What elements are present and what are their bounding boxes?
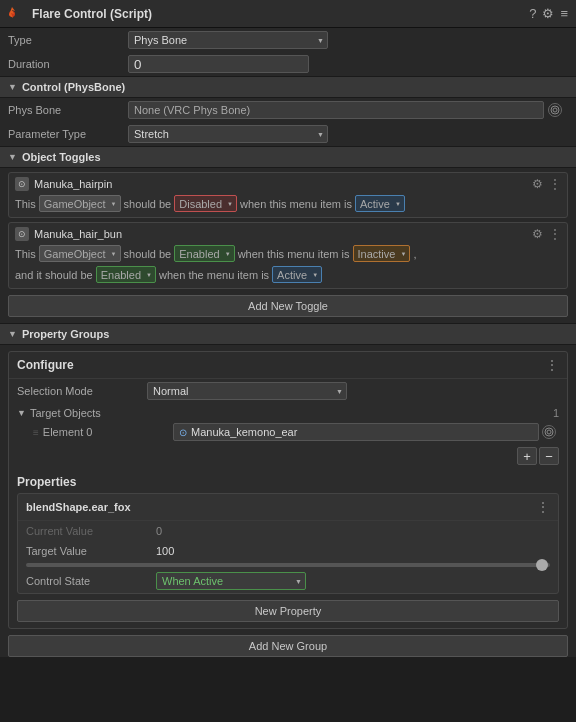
selection-mode-row: Selection Mode Normal <box>9 379 567 403</box>
parameter-type-dropdown-wrapper[interactable]: Stretch <box>128 125 328 143</box>
property-groups-label: Property Groups <box>22 328 109 340</box>
control-state-row: Control State When Active <box>18 569 558 593</box>
svg-point-3 <box>553 108 557 112</box>
toggle-2-should-be: should be <box>124 248 172 260</box>
toggle-1-actions: ⚙ ⋮ <box>532 177 561 191</box>
header-title: Flare Control (Script) <box>32 7 529 21</box>
inspector-body: Type Phys Bone Duration ▼ Control (PhysB… <box>0 28 576 657</box>
selection-mode-value: Normal <box>147 382 559 400</box>
current-value-label: Current Value <box>26 525 156 537</box>
triangle-icon: ▼ <box>8 82 17 92</box>
phys-bone-field[interactable]: None (VRC Phys Bone) <box>128 101 544 119</box>
toggle-2-header: ⊙ Manuka_hair_bun ⚙ ⋮ <box>15 227 561 241</box>
object-icon: ⊙ <box>179 427 187 438</box>
inspector-header: Flare Control (Script) ? ⚙ ≡ <box>0 0 576 28</box>
new-property-button[interactable]: New Property <box>17 600 559 622</box>
element-0-target-btn[interactable] <box>542 425 556 439</box>
type-value-wrapper: Phys Bone <box>128 31 568 49</box>
selection-mode-dropdown[interactable]: Normal <box>147 382 347 400</box>
slider-row <box>18 561 558 569</box>
control-state-dropdown[interactable]: When Active <box>156 572 306 590</box>
configure-header: Configure ⋮ <box>9 352 567 379</box>
control-section-label: Control (PhysBone) <box>22 81 125 93</box>
toggle-2-row-2: and it should be Enabled when the menu i… <box>15 265 561 284</box>
toggle-2-enabled-dropdown[interactable]: Enabled <box>174 245 234 262</box>
duration-row: Duration <box>0 52 576 76</box>
toggle-2-active-dropdown[interactable]: Active <box>272 266 322 283</box>
property-groups-header[interactable]: ▼ Property Groups <box>0 323 576 345</box>
toggle-1-settings-icon[interactable]: ⚙ <box>532 177 543 191</box>
object-toggles-header[interactable]: ▼ Object Toggles <box>0 146 576 168</box>
blend-shape-header: blendShape.ear_fox ⋮ <box>18 494 558 521</box>
help-button[interactable]: ? <box>529 6 536 21</box>
toggle-1-disabled-dropdown[interactable]: Disabled <box>174 195 237 212</box>
header-actions: ? ⚙ ≡ <box>529 6 568 21</box>
duration-input[interactable] <box>128 55 309 73</box>
target-value-row: Target Value 100 <box>18 541 558 561</box>
type-dropdown-wrapper[interactable]: Phys Bone <box>128 31 328 49</box>
toggle-2-actions: ⚙ ⋮ <box>532 227 561 241</box>
toggle-2-inactive-dropdown[interactable]: Inactive <box>353 245 411 262</box>
toggle-2-enabled2-dropdown[interactable]: Enabled <box>96 266 156 283</box>
configure-menu-icon[interactable]: ⋮ <box>545 357 559 373</box>
svg-point-4 <box>545 428 553 436</box>
phys-bone-target <box>548 103 568 117</box>
element-0-label-col: ≡ Element 0 <box>33 426 173 438</box>
control-section-header[interactable]: ▼ Control (PhysBone) <box>0 76 576 98</box>
parameter-type-dropdown[interactable]: Stretch <box>128 125 328 143</box>
toggle-2-settings-icon[interactable]: ⚙ <box>532 227 543 241</box>
add-toggle-button[interactable]: Add New Toggle <box>8 295 568 317</box>
drag-handle-icon: ≡ <box>33 427 39 438</box>
duration-value-wrapper <box>128 55 568 73</box>
control-state-dropdown-wrapper[interactable]: When Active <box>156 572 306 590</box>
blend-shape-menu-icon[interactable]: ⋮ <box>536 499 550 515</box>
element-0-target <box>539 425 559 439</box>
remove-element-button[interactable]: − <box>539 447 559 465</box>
settings-button[interactable]: ⚙ <box>542 6 554 21</box>
phys-bone-target-btn[interactable] <box>548 103 562 117</box>
slider-track[interactable] <box>26 563 550 567</box>
target-objects-section: ▼ Target Objects 1 ≡ Element 0 ⊙ Manuka_… <box>9 403 567 445</box>
element-0-value[interactable]: ⊙ Manuka_kemono_ear <box>173 423 539 441</box>
toggle-2-row-1: This GameObject should be Enabled when t… <box>15 244 561 263</box>
svg-point-2 <box>551 106 559 114</box>
toggle-1-active-dropdown[interactable]: Active <box>355 195 405 212</box>
property-groups-triangle: ▼ <box>8 329 17 339</box>
cube-icon-1: ⊙ <box>18 179 26 189</box>
type-dropdown[interactable]: Phys Bone <box>128 31 328 49</box>
element-target-icon <box>544 427 554 437</box>
phys-bone-value: None (VRC Phys Bone) <box>128 101 568 119</box>
element-0-row: ≡ Element 0 ⊙ Manuka_kemono_ear <box>17 421 559 443</box>
toggle-1-gameobject-dropdown[interactable]: GameObject <box>39 195 121 212</box>
selection-mode-dropdown-wrapper[interactable]: Normal <box>147 382 347 400</box>
phys-bone-row: Phys Bone None (VRC Phys Bone) <box>0 98 576 122</box>
duration-label: Duration <box>8 58 128 70</box>
toggle-2-when: when this menu item is <box>238 248 350 260</box>
add-group-button[interactable]: Add New Group <box>8 635 568 657</box>
element-0-text: Manuka_kemono_ear <box>191 426 297 438</box>
menu-button[interactable]: ≡ <box>560 6 568 21</box>
configure-title: Configure <box>17 358 545 372</box>
target-icon <box>550 105 560 115</box>
svg-point-5 <box>547 430 551 434</box>
toggle-2-comma: , <box>413 248 416 260</box>
flame-icon <box>8 5 26 23</box>
target-objects-label: ▼ Target Objects <box>17 407 553 419</box>
parameter-type-row: Parameter Type Stretch <box>0 122 576 146</box>
target-objects-count: 1 <box>553 407 559 419</box>
selection-mode-label: Selection Mode <box>17 385 147 397</box>
toggle-2-icon: ⊙ <box>15 227 29 241</box>
parameter-type-value: Stretch <box>128 125 568 143</box>
cube-icon-2: ⊙ <box>18 229 26 239</box>
properties-section: Properties blendShape.ear_fox ⋮ Current … <box>17 471 559 594</box>
toggle-1-menu-icon[interactable]: ⋮ <box>549 177 561 191</box>
toggle-2-menu-icon[interactable]: ⋮ <box>549 227 561 241</box>
phys-bone-text: None (VRC Phys Bone) <box>134 104 250 116</box>
plus-minus-row: + − <box>9 445 567 467</box>
target-value-label: Target Value <box>26 545 156 557</box>
toggle-2-gameobject-dropdown[interactable]: GameObject <box>39 245 121 262</box>
toggle-1-should-be: should be <box>124 198 172 210</box>
add-element-button[interactable]: + <box>517 447 537 465</box>
slider-thumb[interactable] <box>536 559 548 571</box>
target-value[interactable]: 100 <box>156 545 550 557</box>
